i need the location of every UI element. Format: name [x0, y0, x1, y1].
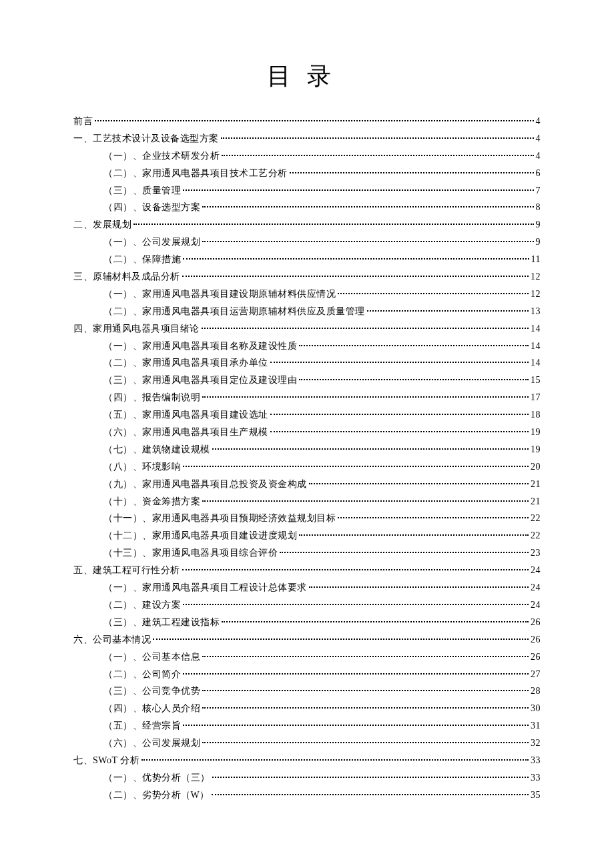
toc-leader-dots — [309, 483, 529, 484]
toc-leader-dots — [202, 656, 529, 657]
toc-leader-dots — [338, 293, 529, 294]
toc-leader-dots — [183, 189, 534, 191]
toc-entry[interactable]: （六）、公司发展规划32 — [73, 735, 541, 752]
toc-entry[interactable]: （七）、建筑物建设规模19 — [73, 441, 541, 458]
toc-label: （一）、家用通风电器具项目工程设计总体要求 — [103, 579, 307, 596]
toc-page-number: 31 — [531, 717, 541, 735]
toc-page-number: 14 — [531, 320, 541, 338]
toc-leader-dots — [202, 206, 534, 207]
toc-label: 前言 — [73, 113, 93, 130]
toc-label: 七、SWoT 分析 — [73, 752, 139, 769]
toc-entry[interactable]: （八）、环境影响20 — [73, 458, 541, 476]
toc-entry[interactable]: （十）、资金筹措方案21 — [73, 493, 541, 510]
toc-page-number: 4 — [536, 113, 541, 130]
toc-entry[interactable]: （五）、经营宗旨31 — [73, 717, 541, 735]
page-title: 目录 — [73, 60, 541, 93]
toc-label: （四）、报告编制说明 — [103, 389, 200, 406]
toc-entry[interactable]: 一、工艺技术设计及设备选型方案4 — [73, 130, 541, 147]
toc-leader-dots — [212, 794, 529, 795]
toc-entry[interactable]: （十一）、家用通风电器具项目预期经济效益规划目标22 — [73, 510, 541, 527]
toc-entry[interactable]: （一）、企业技术研发分析4 — [73, 147, 541, 165]
toc-entry[interactable]: （一）、公司发展规划9 — [73, 234, 541, 251]
toc-entry[interactable]: 前言4 — [73, 113, 541, 130]
toc-entry[interactable]: （二）、家用通风电器具项目技术工艺分析6 — [73, 165, 541, 182]
toc-leader-dots — [280, 552, 529, 553]
toc-entry[interactable]: （四）、报告编制说明17 — [73, 389, 541, 406]
toc-entry[interactable]: （二）、家用通风电器具项目运营期原辅材料供应及质量管理13 — [73, 303, 541, 320]
toc-page-number: 17 — [531, 389, 541, 406]
toc-page-number: 18 — [531, 406, 541, 424]
toc-entry[interactable]: 六、公司基本情况26 — [73, 631, 541, 648]
toc-label: （二）、家用通风电器具项目技术工艺分析 — [103, 165, 288, 182]
toc-entry[interactable]: （四）、核心人员介绍30 — [73, 700, 541, 717]
toc-leader-dots — [202, 500, 529, 502]
toc-entry[interactable]: （二）、保障措施11 — [73, 251, 541, 268]
toc-leader-dots — [309, 586, 529, 588]
toc-label: 四、家用通风电器具项目绪论 — [73, 320, 200, 338]
toc-leader-dots — [202, 241, 534, 242]
toc-page-number: 9 — [536, 234, 541, 251]
toc-entry[interactable]: （二）、家用通风电器具项目承办单位14 — [73, 354, 541, 372]
toc-entry[interactable]: （二）、劣势分析（W）35 — [73, 787, 541, 804]
toc-page-number: 22 — [531, 527, 541, 544]
toc-page-number: 30 — [531, 700, 541, 717]
toc-entry[interactable]: （二）、建设方案24 — [73, 596, 541, 614]
toc-entry[interactable]: （三）、公司竞争优势28 — [73, 683, 541, 700]
toc-page-number: 32 — [531, 735, 541, 752]
toc-entry[interactable]: （十三）、家用通风电器具项目综合评价23 — [73, 544, 541, 562]
toc-entry[interactable]: 五、建筑工程可行性分析24 — [73, 562, 541, 579]
toc-label: 六、公司基本情况 — [73, 631, 151, 648]
toc-leader-dots — [299, 345, 529, 346]
toc-label: 三、原辅材料及成品分析 — [73, 268, 180, 286]
toc-label: （七）、建筑物建设规模 — [103, 441, 210, 458]
toc-leader-dots — [338, 517, 529, 518]
toc-page-number: 12 — [531, 268, 541, 286]
toc-page-number: 4 — [536, 130, 541, 147]
toc-entry[interactable]: （五）、家用通风电器具项目建设选址18 — [73, 406, 541, 424]
toc-entry[interactable]: （一）、家用通风电器具项目名称及建设性质14 — [73, 338, 541, 355]
toc-label: （十二）、家用通风电器具项目建设进度规划 — [103, 527, 297, 544]
toc-entry[interactable]: （六）、家用通风电器具项目生产规模19 — [73, 424, 541, 441]
toc-entry[interactable]: （三）、建筑工程建设指标26 — [73, 614, 541, 631]
toc-page-number: 13 — [531, 303, 541, 320]
toc-page-number: 6 — [536, 165, 541, 182]
toc-entry[interactable]: 二、发展规划9 — [73, 216, 541, 234]
toc-label: （八）、环境影响 — [103, 458, 181, 476]
toc-page-number: 26 — [531, 631, 541, 648]
toc-entry[interactable]: （十二）、家用通风电器具项目建设进度规划22 — [73, 527, 541, 544]
toc-page-number: 14 — [531, 354, 541, 372]
toc-leader-dots — [183, 604, 529, 605]
toc-page-number: 24 — [531, 562, 541, 579]
toc-leader-dots — [212, 448, 529, 450]
toc-leader-dots — [141, 759, 529, 761]
toc-entry[interactable]: （九）、家用通风电器具项目总投资及资金构成21 — [73, 476, 541, 493]
toc-page-number: 26 — [531, 614, 541, 631]
toc-page-number: 22 — [531, 510, 541, 527]
toc-entry[interactable]: （三）、质量管理7 — [73, 182, 541, 199]
toc-leader-dots — [270, 414, 529, 415]
toc-label: （二）、家用通风电器具项目承办单位 — [103, 354, 268, 372]
toc-entry[interactable]: （一）、家用通风电器具项目工程设计总体要求24 — [73, 579, 541, 596]
toc-entry[interactable]: （三）、家用通风电器具项目定位及建设理由15 — [73, 372, 541, 389]
toc-entry[interactable]: （四）、设备选型方案8 — [73, 199, 541, 216]
toc-leader-dots — [222, 621, 529, 622]
toc-label: （一）、家用通风电器具项目名称及建设性质 — [103, 338, 297, 355]
toc-entry[interactable]: （二）、公司简介27 — [73, 666, 541, 683]
toc-leader-dots — [270, 431, 529, 432]
toc-label: （三）、质量管理 — [103, 182, 181, 199]
toc-leader-dots — [290, 172, 534, 173]
toc-label: （一）、公司发展规划 — [103, 234, 200, 251]
toc-page-number: 21 — [531, 493, 541, 510]
toc-entry[interactable]: 四、家用通风电器具项目绪论14 — [73, 320, 541, 338]
toc-label: （一）、家用通风电器具项目建设期原辅材料供应情况 — [103, 286, 336, 303]
toc-entry[interactable]: 七、SWoT 分析33 — [73, 752, 541, 769]
table-of-contents: 前言4一、工艺技术设计及设备选型方案4（一）、企业技术研发分析4（二）、家用通风… — [73, 113, 541, 804]
toc-page-number: 4 — [536, 147, 541, 165]
toc-label: （十三）、家用通风电器具项目综合评价 — [103, 544, 278, 562]
toc-entry[interactable]: （一）、优势分析（三）33 — [73, 769, 541, 787]
toc-label: （三）、建筑工程建设指标 — [103, 614, 220, 631]
toc-entry[interactable]: （一）、家用通风电器具项目建设期原辅材料供应情况12 — [73, 286, 541, 303]
toc-entry[interactable]: （一）、公司基本信息26 — [73, 648, 541, 666]
toc-label: （二）、公司简介 — [103, 666, 181, 683]
toc-entry[interactable]: 三、原辅材料及成品分析12 — [73, 268, 541, 286]
